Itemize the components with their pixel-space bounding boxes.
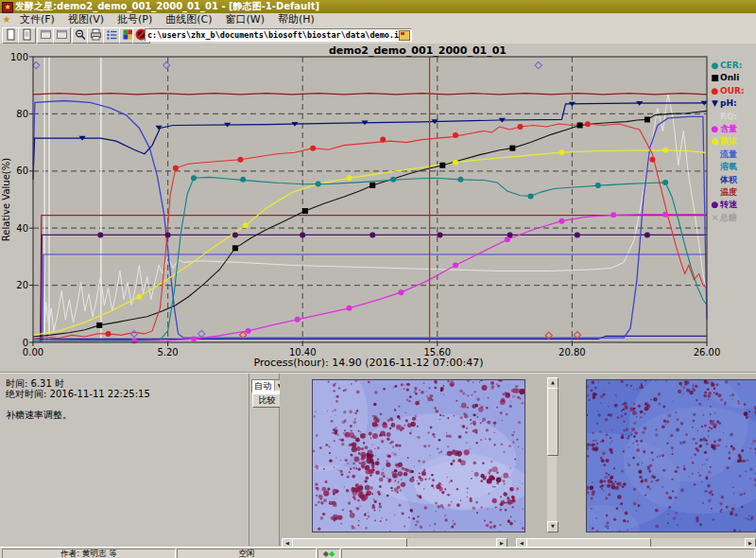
note-text: 补糖速率调整。 [6, 410, 251, 420]
divider [249, 374, 249, 546]
svg-text:100: 100 [10, 52, 28, 62]
scroll-thumb[interactable] [547, 388, 558, 456]
app-window: { "window": {"title": "发酵之星:demo2_demo_0… [0, 0, 756, 558]
note-abs-time: 绝对时间: 2016-11-11 22:25:15 [6, 389, 251, 399]
window-restore-icon[interactable] [53, 27, 71, 44]
note-time: 时间: 6.31 时 [6, 378, 251, 389]
menu-item-5[interactable]: 帮助(H) [271, 13, 321, 26]
menu-bar: ★ 文件(F)视图(V)批号(P)曲线图(C)窗口(W)帮助(H) [0, 13, 756, 27]
svg-text:20.80: 20.80 [558, 347, 586, 357]
copy-doc-icon[interactable] [18, 27, 36, 44]
svg-text:5.20: 5.20 [157, 347, 178, 357]
indicator-diamond-green: ◆ [329, 549, 335, 558]
menu-item-0[interactable]: 文件(F) [13, 13, 61, 26]
svg-text:26.00: 26.00 [694, 347, 721, 357]
status-author: 作者: 黄明志 等 [2, 549, 176, 558]
status-state: 空闲 [177, 549, 317, 558]
svg-text:40: 40 [16, 223, 28, 234]
menu-item-2[interactable]: 批号(P) [111, 13, 159, 26]
vertical-scrollbar[interactable]: ▲ ▼ [547, 377, 557, 532]
status-bar: 作者: 黄明志 等 空闲 ◆◆ [0, 547, 756, 558]
window-title: 发酵之星:demo2_demo_001_2000_01_01 - [静态图-1-… [15, 0, 319, 13]
microscopy-image-left [312, 379, 525, 532]
svg-text:Relative Value(%): Relative Value(%) [1, 158, 11, 241]
svg-text:80: 80 [16, 109, 28, 119]
menu-item-1[interactable]: 视图(V) [61, 13, 111, 26]
status-indicators: ◆◆ [318, 549, 340, 558]
process-curve-chart[interactable]: 0204060801000.005.2010.4015.6020.8026.00… [0, 44, 756, 371]
favorites-star-icon[interactable]: ★ [0, 13, 13, 26]
toolbar: c:\users\zhx_b\documents\biosoft\biostar… [0, 26, 756, 44]
svg-text:0.00: 0.00 [23, 347, 43, 357]
status-empty [341, 549, 755, 558]
menu-item-3[interactable]: 曲线图(C) [159, 13, 218, 26]
microscopy-zone: ▲ ▼ ◀ ▶ ◀ ▶ [280, 374, 756, 548]
app-icon: ★ [2, 2, 13, 13]
path-file-icon[interactable] [399, 30, 410, 41]
title-bar: ★ 发酵之星:demo2_demo_001_2000_01_01 - [静态图-… [0, 0, 756, 13]
menu-item-4[interactable]: 窗口(W) [219, 13, 271, 26]
svg-text:15.60: 15.60 [423, 347, 451, 357]
data-path-field[interactable]: c:\users\zhx_b\documents\biosoft\biostar… [145, 28, 412, 42]
bottom-panel: 时间: 6.31 时 绝对时间: 2016-11-11 22:25:15 补糖速… [0, 372, 756, 549]
microscopy-image-right [586, 379, 756, 532]
svg-text:0: 0 [23, 338, 28, 348]
scroll-down-icon[interactable]: ▼ [547, 521, 558, 532]
batch-note-area[interactable]: 时间: 6.31 时 绝对时间: 2016-11-11 22:25:15 补糖速… [2, 375, 255, 542]
svg-text:60: 60 [16, 166, 28, 176]
svg-text:20: 20 [16, 280, 28, 290]
compare-button[interactable]: 比较 [252, 393, 282, 408]
svg-text:10.40: 10.40 [289, 347, 317, 357]
